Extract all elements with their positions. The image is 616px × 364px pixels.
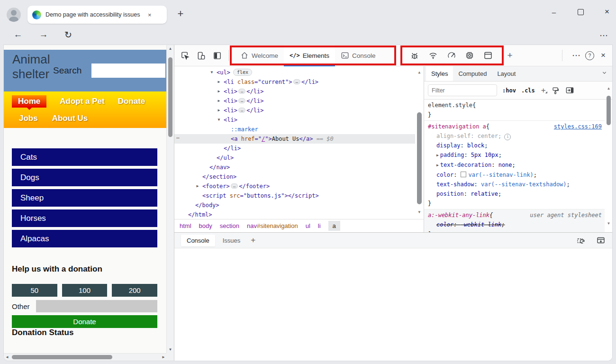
tab-elements[interactable]: </>Elements xyxy=(284,45,335,66)
nav-link-home[interactable]: Home xyxy=(12,95,46,108)
toggle-class-editor[interactable]: .cls xyxy=(521,87,535,94)
nav-link-about-us[interactable]: About Us xyxy=(52,114,88,123)
device-emulation-icon[interactable] xyxy=(196,51,206,60)
tab-layout[interactable]: Layout xyxy=(492,66,521,81)
stylesheet-source-link[interactable]: styles.css:169 xyxy=(554,122,605,131)
expand-arrow-icon[interactable]: ▶ xyxy=(195,182,200,191)
donate-button[interactable]: Donate xyxy=(12,315,157,328)
reload-button[interactable]: ↻ xyxy=(62,28,75,41)
expand-arrow-icon[interactable]: ▶ xyxy=(216,87,222,96)
tree-row[interactable]: ▼<ul>flex xyxy=(174,68,415,77)
row-overflow-icon[interactable]: … xyxy=(176,132,180,142)
scroll-up-icon[interactable]: ▲ xyxy=(605,86,612,91)
styles-filter-input[interactable] xyxy=(428,84,497,96)
tab-close-icon[interactable]: × xyxy=(148,11,152,18)
css-property[interactable]: text-shadow: var(--sitenav-textshadow); xyxy=(428,180,605,189)
breadcrumb-item-nav[interactable]: nav#sitenavigation xyxy=(247,222,298,229)
scroll-down-icon[interactable]: ▼ xyxy=(416,208,423,217)
application-icon[interactable] xyxy=(483,51,493,60)
page-horizontal-scrollbar[interactable]: ◄ ► xyxy=(4,353,167,361)
tab-styles[interactable]: Styles xyxy=(426,66,453,81)
collapsed-children-icon[interactable]: … xyxy=(238,108,245,113)
breadcrumb-item-a[interactable]: a xyxy=(328,221,340,231)
collapsed-children-icon[interactable]: … xyxy=(238,98,245,103)
dock-side-icon[interactable] xyxy=(212,51,222,60)
profile-avatar[interactable] xyxy=(7,8,21,22)
tree-row[interactable]: ▶<li>…</li> xyxy=(174,87,415,96)
collapsed-children-icon[interactable]: … xyxy=(293,79,300,84)
tab-welcome[interactable]: Welcome xyxy=(235,45,284,66)
scroll-right-icon[interactable]: ► xyxy=(162,355,165,359)
scrollbar-thumb[interactable] xyxy=(168,57,172,137)
minimize-button[interactable]: – xyxy=(549,7,559,17)
refresh-frame-icon[interactable] xyxy=(576,236,586,245)
amount-button-200[interactable]: 200 xyxy=(112,284,157,297)
css-property[interactable]: ▶text-decoration: none; xyxy=(428,160,605,170)
css-property[interactable]: ▶padding: 5px 10px; xyxy=(428,150,605,160)
css-property[interactable]: align-self: center;i xyxy=(428,131,605,141)
network-conditions-icon[interactable] xyxy=(428,51,438,60)
inspect-element-icon[interactable] xyxy=(180,51,190,60)
breadcrumb-item-li[interactable]: li xyxy=(318,222,321,229)
other-amount-input[interactable] xyxy=(36,300,157,312)
tree-row[interactable]: ▶<footer>…</footer> xyxy=(174,182,415,191)
info-icon[interactable]: i xyxy=(504,134,511,140)
styles-scrollbar[interactable]: ▲ ▼ xyxy=(605,82,612,232)
tree-row[interactable]: ::marker xyxy=(174,125,415,134)
tree-row[interactable]: </html> xyxy=(174,210,415,219)
expand-shorthand-icon[interactable]: ▶ xyxy=(436,153,439,157)
category-button-sheep[interactable]: Sheep xyxy=(12,189,157,207)
drawer-tab-console[interactable]: Console xyxy=(181,235,215,246)
collapse-arrow-icon[interactable]: ▼ xyxy=(216,115,222,125)
page-vertical-scrollbar[interactable]: ▲ ▼ xyxy=(166,45,174,353)
tree-row[interactable]: ▶<li>…</li> xyxy=(174,106,415,115)
tree-row[interactable]: <script src="buttons.js"></script> xyxy=(174,191,415,200)
devtools-menu-icon[interactable]: ⋯ xyxy=(572,50,580,61)
scroll-up-icon[interactable]: ▲ xyxy=(167,46,174,51)
window-close-button[interactable]: × xyxy=(602,7,612,17)
amount-button-50[interactable]: 50 xyxy=(12,284,57,297)
tree-row[interactable]: </section> xyxy=(174,172,415,182)
tree-row[interactable]: …<a href="/">About Us</a> == $0 xyxy=(174,134,415,144)
maximize-button[interactable] xyxy=(575,7,586,17)
scroll-left-icon[interactable]: ◄ xyxy=(5,355,9,359)
search-input[interactable] xyxy=(91,64,165,78)
tab-console[interactable]: Console xyxy=(335,45,381,66)
help-icon[interactable]: ? xyxy=(585,51,594,60)
devtools-close-icon[interactable]: × xyxy=(601,51,606,60)
amount-button-100[interactable]: 100 xyxy=(62,284,108,297)
category-button-dogs[interactable]: Dogs xyxy=(12,169,157,186)
tree-row[interactable]: </nav> xyxy=(174,163,415,172)
forward-button[interactable]: → xyxy=(37,28,50,41)
expand-shorthand-icon[interactable]: ▶ xyxy=(436,163,439,167)
scroll-down-icon[interactable]: ▼ xyxy=(167,347,174,352)
tree-row[interactable]: ▶<li class="current">…</li> xyxy=(174,77,415,87)
tree-scrollbar[interactable]: ▲ ▼ xyxy=(416,68,423,217)
tree-row[interactable]: </ul> xyxy=(174,153,415,163)
tree-row[interactable]: ▶<li>…</li> xyxy=(174,96,415,106)
new-tab-button[interactable]: + xyxy=(174,8,187,20)
css-property[interactable]: display: block; xyxy=(428,141,605,150)
browser-tab[interactable]: Demo page with accessibility issues × xyxy=(27,6,167,24)
tree-row[interactable]: </li> xyxy=(174,144,415,153)
tree-row[interactable]: ▼<li> xyxy=(174,115,415,125)
breadcrumb-item-body[interactable]: body xyxy=(199,222,212,229)
browser-menu-icon[interactable]: ⋯ xyxy=(598,30,609,41)
performance-icon[interactable] xyxy=(447,51,456,60)
console-drawer-content[interactable] xyxy=(174,248,612,361)
tab-computed[interactable]: Computed xyxy=(453,66,492,81)
collapse-drawer-icon[interactable] xyxy=(596,236,606,245)
scrollbar-thumb[interactable] xyxy=(607,96,611,125)
category-button-cats[interactable]: Cats xyxy=(12,148,157,166)
issues-bug-icon[interactable] xyxy=(410,51,419,60)
expand-arrow-icon[interactable]: ▶ xyxy=(216,106,222,115)
scroll-up-icon[interactable]: ▲ xyxy=(416,68,423,77)
css-property[interactable]: color: var(--sitenav-link); xyxy=(428,170,605,180)
css-selector[interactable]: a:-webkit-any-link xyxy=(428,210,489,220)
css-selector[interactable]: #sitenavigation a xyxy=(428,122,486,131)
breadcrumb-item-html[interactable]: html xyxy=(180,222,191,229)
tree-row[interactable]: </body> xyxy=(174,200,415,210)
scrollbar-thumb[interactable] xyxy=(417,112,422,204)
breadcrumb-item-ul[interactable]: ul xyxy=(306,222,310,229)
expand-arrow-icon[interactable]: ▶ xyxy=(216,77,222,87)
